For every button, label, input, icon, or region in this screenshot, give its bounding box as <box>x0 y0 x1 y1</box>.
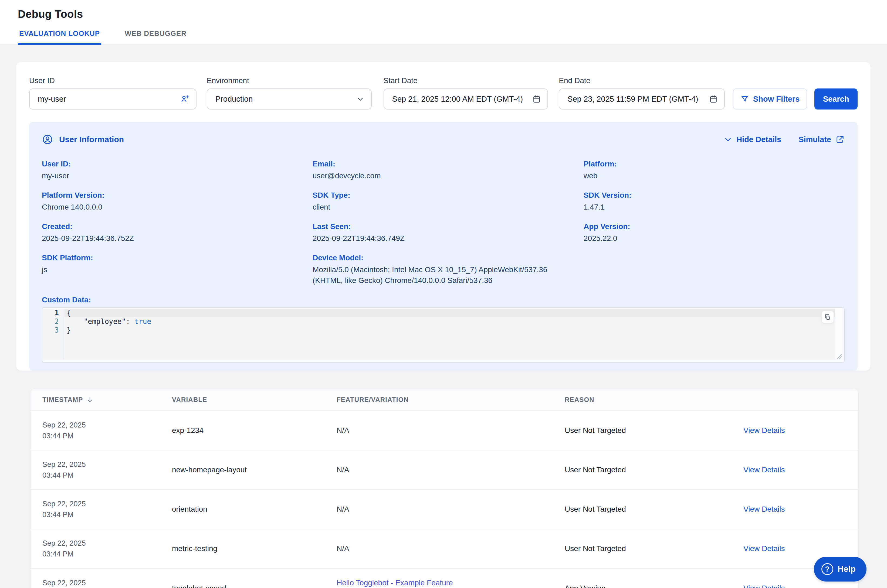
view-details-link[interactable]: View Details <box>743 426 858 435</box>
table-header-row: TIMESTAMP VARIABLE FEATURE/VARIATION REA… <box>30 389 858 411</box>
variable-cell: new-homepage-layout <box>172 465 337 474</box>
user-id-field: User ID my-user <box>29 76 197 110</box>
copy-button[interactable] <box>821 311 834 323</box>
reason-cell: User Not Targeted <box>565 505 743 513</box>
sort-descending-icon[interactable] <box>86 396 94 404</box>
timestamp-cell: Sep 22, 202503:44 PM <box>42 538 172 560</box>
start-date-field: Start Date Sep 21, 2025 12:00 AM EDT (GM… <box>383 76 548 110</box>
simulate-button[interactable]: Simulate <box>798 135 845 144</box>
reason-cell: User Not Targeted <box>565 544 743 553</box>
line-number: 2 <box>43 317 59 326</box>
info-field-email: Email: user@devcycle.com <box>313 159 583 181</box>
search-button-label: Search <box>823 94 849 104</box>
reason-cell: User Not Targeted <box>565 426 743 435</box>
custom-data-label: Custom Data: <box>42 295 845 305</box>
user-information-title: User Information <box>59 135 124 144</box>
user-info-grid: User ID: my-user Email: user@devcycle.co… <box>42 159 845 295</box>
code-line-2: "employee": true <box>64 317 835 326</box>
reason-cell: App Version <box>565 584 743 588</box>
simulate-label: Simulate <box>798 135 831 144</box>
info-field-last-seen: Last Seen: 2025-09-22T19:44:36.749Z <box>313 222 583 244</box>
add-user-icon[interactable] <box>180 94 189 104</box>
start-date-input[interactable]: Sep 21, 2025 12:00 AM EDT (GMT-4) <box>383 88 548 110</box>
feature-link[interactable]: Hello Togglebot - Example Feature <box>337 579 565 587</box>
hide-details-label: Hide Details <box>737 135 781 144</box>
evaluation-lookup-card: User ID my-user Environment Production <box>16 62 870 370</box>
timestamp-cell: Sep 22, 2025 <box>42 578 172 588</box>
help-button[interactable]: ? Help <box>814 557 866 582</box>
question-mark-icon: ? <box>821 563 833 575</box>
tab-bar: EVALUATION LOOKUP WEB DEBUGGER <box>18 29 887 45</box>
tab-web-debugger[interactable]: WEB DEBUGGER <box>123 29 188 45</box>
start-date-value: Sep 21, 2025 12:00 AM EDT (GMT-4) <box>392 94 523 104</box>
line-number-gutter: 1 2 3 <box>43 309 64 360</box>
help-label: Help <box>837 564 856 574</box>
user-id-value: my-user <box>38 94 66 104</box>
line-number: 3 <box>43 326 59 334</box>
info-field-sdk-platform: SDK Platform: js <box>42 253 313 286</box>
calendar-icon[interactable] <box>532 94 541 103</box>
show-filters-button[interactable]: Show Filters <box>733 88 807 110</box>
feature-cell: N/A <box>337 426 565 435</box>
top-bar: Debug Tools EVALUATION LOOKUP WEB DEBUGG… <box>0 0 887 45</box>
show-filters-label: Show Filters <box>753 94 800 104</box>
variable-cell: metric-testing <box>172 544 337 553</box>
variable-cell: orientation <box>172 505 337 513</box>
info-field-created: Created: 2025-09-22T19:44:36.752Z <box>42 222 313 244</box>
hide-details-button[interactable]: Hide Details <box>724 135 781 144</box>
reason-cell: User Not Targeted <box>565 465 743 474</box>
environment-value: Production <box>215 94 253 104</box>
copy-icon <box>824 314 831 320</box>
code-line-3: } <box>64 326 835 334</box>
table-row[interactable]: Sep 22, 202503:44 PM new-homepage-layout… <box>30 450 858 490</box>
feature-cell: N/A <box>337 544 565 553</box>
table-row[interactable]: Sep 22, 202503:44 PM exp-1234 N/A User N… <box>30 411 858 450</box>
view-details-link[interactable]: View Details <box>743 505 858 513</box>
filter-funnel-icon <box>740 94 749 103</box>
end-date-value: Sep 23, 2025 11:59 PM EDT (GMT-4) <box>567 94 698 104</box>
timestamp-cell: Sep 22, 202503:44 PM <box>42 459 172 481</box>
info-field-user-id: User ID: my-user <box>42 159 313 181</box>
resize-handle-icon[interactable] <box>836 352 842 361</box>
code-editor-area[interactable]: 1 2 3 { "employee": true } <box>43 309 835 360</box>
info-field-device-model: Device Model: Mozilla/5.0 (Macintosh; In… <box>313 253 583 286</box>
end-date-input[interactable]: Sep 23, 2025 11:59 PM EDT (GMT-4) <box>559 88 725 110</box>
table-row[interactable]: Sep 22, 202503:44 PM metric-testing N/A … <box>30 529 858 568</box>
filters-row: User ID my-user Environment Production <box>29 76 858 110</box>
user-id-input[interactable]: my-user <box>29 88 197 110</box>
column-header-variable[interactable]: VARIABLE <box>172 396 337 404</box>
page-title: Debug Tools <box>18 8 887 20</box>
end-date-field: End Date Sep 23, 2025 11:59 PM EDT (GMT-… <box>559 76 725 110</box>
tab-evaluation-lookup[interactable]: EVALUATION LOOKUP <box>18 29 101 45</box>
environment-select[interactable]: Production <box>207 88 372 110</box>
user-circle-icon <box>42 134 53 145</box>
view-details-link[interactable]: View Details <box>743 544 858 553</box>
user-information-panel: User Information Hide Details Simulate <box>29 122 858 370</box>
timestamp-cell: Sep 22, 202503:44 PM <box>42 498 172 520</box>
table-row[interactable]: Sep 22, 2025 togglebot-speed Hello Toggl… <box>30 568 858 588</box>
line-number: 1 <box>43 309 59 317</box>
chevron-down-icon <box>724 135 732 144</box>
user-information-header: User Information Hide Details Simulate <box>42 134 845 145</box>
column-header-feature-variation[interactable]: FEATURE/VARIATION <box>337 396 565 404</box>
table-row[interactable]: Sep 22, 202503:44 PM orientation N/A Use… <box>30 490 858 529</box>
info-field-platform: Platform: web <box>583 159 845 181</box>
column-header-reason[interactable]: REASON <box>565 396 743 404</box>
timestamp-cell: Sep 22, 202503:44 PM <box>42 420 172 441</box>
custom-data-editor[interactable]: 1 2 3 { "employee": true } <box>42 308 845 363</box>
chevron-down-icon <box>356 94 365 103</box>
view-details-link[interactable]: View Details <box>743 584 858 588</box>
environment-field: Environment Production <box>207 76 372 110</box>
view-details-link[interactable]: View Details <box>743 465 858 474</box>
search-button[interactable]: Search <box>814 88 858 110</box>
feature-cell: N/A <box>337 505 565 513</box>
calendar-icon[interactable] <box>709 94 718 103</box>
info-field-app-version: App Version: 2025.22.0 <box>583 222 845 244</box>
info-field-sdk-version: SDK Version: 1.47.1 <box>583 190 845 213</box>
external-link-icon <box>836 135 845 144</box>
variable-cell: exp-1234 <box>172 426 337 435</box>
variable-cell: togglebot-speed <box>172 584 337 588</box>
feature-cell: N/A <box>337 465 565 474</box>
column-header-timestamp[interactable]: TIMESTAMP <box>42 396 172 404</box>
code-line-1: { <box>64 309 835 317</box>
